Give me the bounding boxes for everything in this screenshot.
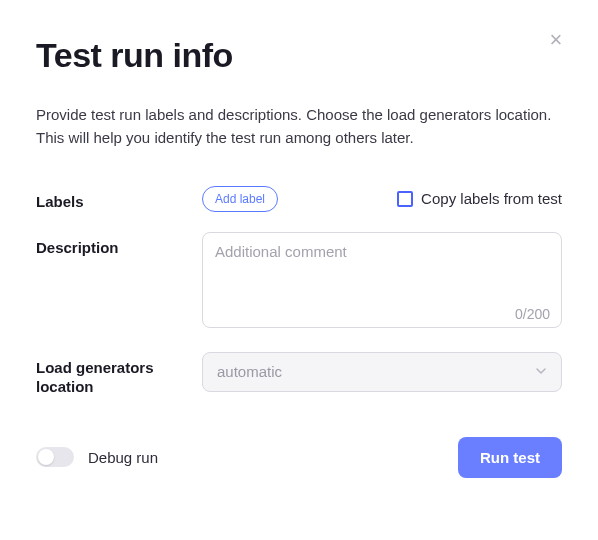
close-icon: × <box>550 29 563 51</box>
description-content: 0/200 <box>202 232 562 332</box>
load-generators-content: automatic <box>202 352 562 392</box>
modal-title: Test run info <box>36 36 562 75</box>
description-row: Description 0/200 <box>36 232 562 332</box>
description-char-count: 0/200 <box>515 306 550 322</box>
load-generators-section-label: Load generators location <box>36 352 184 397</box>
run-test-button[interactable]: Run test <box>458 437 562 478</box>
labels-row: Labels Add label Copy labels from test <box>36 186 562 212</box>
description-wrapper: 0/200 <box>202 232 562 332</box>
load-generators-select[interactable]: automatic <box>202 352 562 392</box>
load-generators-selected-value: automatic <box>217 363 282 380</box>
load-generators-row: Load generators location automatic <box>36 352 562 397</box>
close-button[interactable]: × <box>546 30 566 50</box>
add-label-button[interactable]: Add label <box>202 186 278 212</box>
checkbox-icon <box>397 191 413 207</box>
description-textarea[interactable] <box>202 232 562 328</box>
labels-section-label: Labels <box>36 186 184 212</box>
labels-content: Add label Copy labels from test <box>202 186 562 212</box>
toggle-knob-icon <box>38 449 54 465</box>
copy-labels-checkbox[interactable]: Copy labels from test <box>397 190 562 207</box>
debug-run-toggle-wrap: Debug run <box>36 447 158 467</box>
test-run-info-modal: × Test run info Provide test run labels … <box>0 0 598 508</box>
debug-run-label: Debug run <box>88 449 158 466</box>
debug-run-toggle[interactable] <box>36 447 74 467</box>
modal-intro: Provide test run labels and descriptions… <box>36 103 556 150</box>
modal-footer: Debug run Run test <box>36 437 562 478</box>
chevron-down-icon <box>535 363 547 380</box>
description-section-label: Description <box>36 232 184 258</box>
copy-labels-label: Copy labels from test <box>421 190 562 207</box>
